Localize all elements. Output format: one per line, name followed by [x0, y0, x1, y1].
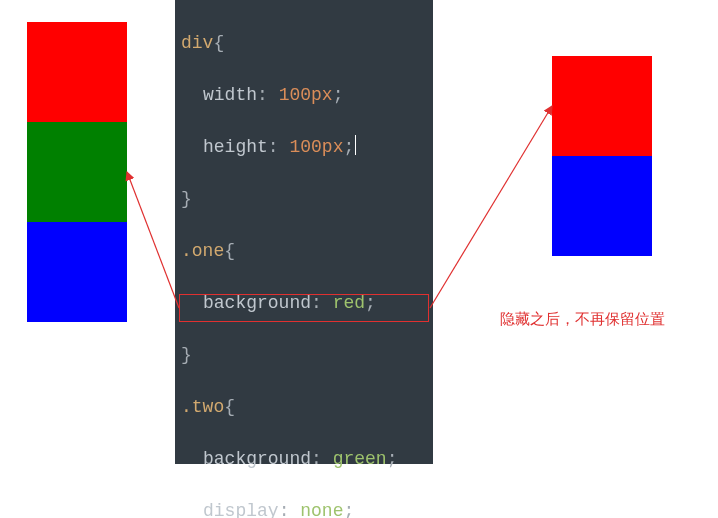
- code-line-2: width: 100px;: [181, 82, 427, 108]
- val-height: 100: [289, 137, 321, 157]
- selector-two: .two: [181, 397, 224, 417]
- left-box-red: [27, 22, 127, 122]
- selector-div: div: [181, 33, 213, 53]
- left-box-stack: [27, 22, 127, 322]
- prop-display: display: [203, 501, 279, 518]
- code-line-4: }: [181, 186, 427, 212]
- right-box-red: [552, 56, 652, 156]
- code-line-7: }: [181, 342, 427, 368]
- val-green: green: [333, 449, 387, 469]
- arrow-right: [430, 106, 552, 308]
- code-line-6: background: red;: [181, 290, 427, 316]
- brace-open: {: [213, 33, 224, 53]
- right-box-blue: [552, 156, 652, 256]
- right-box-stack: [552, 56, 652, 256]
- prop-height: height: [203, 137, 268, 157]
- code-line-1: div{: [181, 30, 427, 56]
- code-line-5: .one{: [181, 238, 427, 264]
- code-line-8: .two{: [181, 394, 427, 420]
- code-editor: div{ width: 100px; height: 100px; } .one…: [175, 0, 433, 464]
- code-line-9: background: green;: [181, 446, 427, 472]
- left-box-green: [27, 122, 127, 222]
- text-cursor: [355, 135, 356, 155]
- annotation-text: 隐藏之后，不再保留位置: [500, 310, 665, 329]
- prop-width: width: [203, 85, 257, 105]
- left-box-blue: [27, 222, 127, 322]
- val-red: red: [333, 293, 365, 313]
- arrow-left: [127, 172, 179, 308]
- val-width: 100: [279, 85, 311, 105]
- code-line-10: display: none;: [181, 498, 427, 518]
- selector-one: .one: [181, 241, 224, 261]
- code-line-3: height: 100px;: [181, 134, 427, 160]
- val-none: none: [300, 501, 343, 518]
